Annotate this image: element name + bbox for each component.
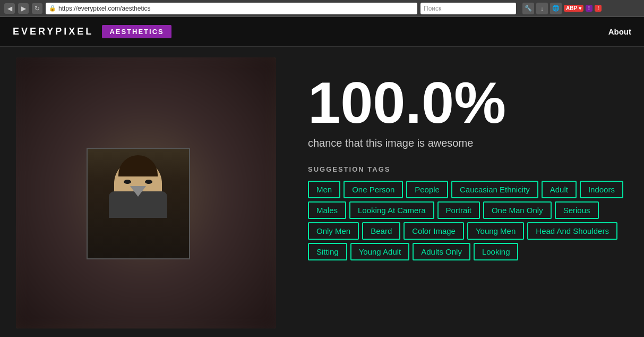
tag-item[interactable]: Indoors bbox=[580, 181, 623, 198]
face-hair bbox=[118, 155, 158, 176]
url-text: https://everypixel.com/aesthetics bbox=[58, 5, 414, 12]
wrench-icon[interactable]: 🔧 bbox=[522, 3, 534, 14]
adblock-button[interactable]: ABP ▾ bbox=[564, 5, 583, 12]
tag-item[interactable]: Color Image bbox=[403, 222, 464, 240]
portrait-card bbox=[87, 148, 190, 259]
tag-item[interactable]: Young Adult bbox=[350, 243, 410, 260]
tags-container: MenOne PersonPeopleCaucasian EthnicityAd… bbox=[308, 181, 628, 260]
search-placeholder: Поиск bbox=[424, 5, 513, 12]
notification-icon[interactable]: ! bbox=[595, 5, 602, 12]
tag-item[interactable]: People bbox=[406, 181, 448, 198]
search-bar[interactable]: Поиск bbox=[420, 3, 516, 14]
portrait-inner bbox=[88, 149, 189, 258]
score-label: chance that this image is awesome bbox=[308, 137, 628, 149]
toolbar-icons: 🔧 ↓ 🌐 ABP ▾ ! ! bbox=[522, 3, 602, 14]
tag-item[interactable]: Sitting bbox=[308, 243, 347, 260]
tag-item[interactable]: Head And Shoulders bbox=[527, 222, 617, 240]
face-eye-left bbox=[124, 180, 131, 184]
tag-item[interactable]: Caucasian Ethnicity bbox=[451, 181, 538, 198]
tag-item[interactable]: Young Men bbox=[467, 222, 524, 240]
tag-item[interactable]: Serious bbox=[555, 201, 599, 219]
tag-item[interactable]: Men bbox=[308, 181, 340, 198]
lock-icon: 🔒 bbox=[49, 5, 56, 12]
section-label: SUGGESTION TAGS bbox=[308, 165, 628, 173]
forward-button[interactable]: ▶ bbox=[18, 3, 29, 14]
tag-item[interactable]: One Man Only bbox=[483, 201, 552, 219]
tag-item[interactable]: Looking At Camera bbox=[349, 201, 434, 219]
aesthetics-badge[interactable]: AESTHETICS bbox=[102, 25, 171, 38]
face-shape bbox=[114, 159, 162, 218]
download-icon[interactable]: ↓ bbox=[536, 3, 548, 14]
refresh-button[interactable]: ↻ bbox=[32, 3, 42, 14]
site-logo[interactable]: EVERYPIXEL bbox=[13, 26, 93, 37]
tag-item[interactable]: Adults Only bbox=[413, 243, 470, 260]
top-navigation: EVERYPIXEL AESTHETICS About bbox=[0, 17, 644, 47]
right-panel: 100.0% chance that this image is awesome… bbox=[308, 57, 628, 328]
tag-item[interactable]: Adult bbox=[542, 181, 577, 198]
face-eye-right bbox=[145, 180, 152, 184]
tag-item[interactable]: Males bbox=[308, 201, 346, 219]
tag-item[interactable]: One Person bbox=[344, 181, 403, 198]
tag-item[interactable]: Looking bbox=[474, 243, 519, 260]
about-link[interactable]: About bbox=[608, 27, 631, 36]
back-button[interactable]: ◀ bbox=[4, 3, 15, 14]
browser-chrome: ◀ ▶ ↻ 🔒 https://everypixel.com/aesthetic… bbox=[0, 0, 644, 17]
image-panel[interactable] bbox=[16, 57, 276, 328]
tag-item[interactable]: Only Men bbox=[308, 222, 359, 240]
tag-item[interactable]: Beard bbox=[362, 222, 400, 240]
main-content: 100.0% chance that this image is awesome… bbox=[0, 47, 644, 337]
score-percentage: 100.0% bbox=[308, 73, 628, 132]
address-bar[interactable]: 🔒 https://everypixel.com/aesthetics bbox=[46, 3, 417, 14]
globe-icon[interactable]: 🌐 bbox=[550, 3, 562, 14]
extension-icon[interactable]: ! bbox=[586, 5, 593, 12]
tag-item[interactable]: Portrait bbox=[437, 201, 480, 219]
